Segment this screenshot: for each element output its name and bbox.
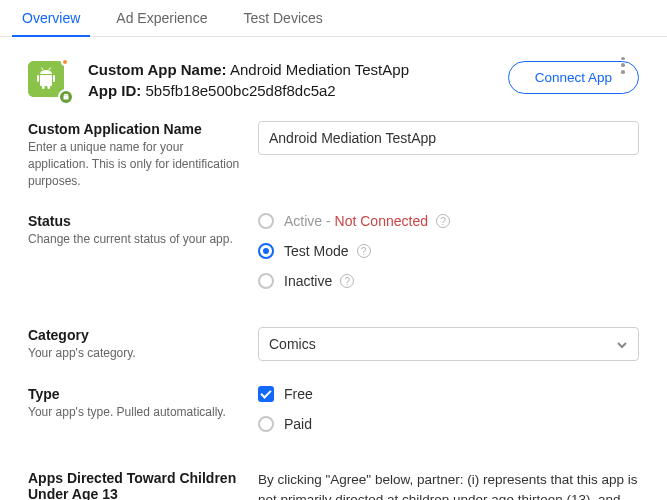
type-desc: Your app's type. Pulled automatically.	[28, 404, 246, 421]
status-active-prefix: Active	[284, 213, 322, 229]
radio-icon	[258, 416, 274, 432]
more-menu-icon[interactable]	[613, 55, 633, 75]
radio-icon	[258, 243, 274, 259]
type-option-paid[interactable]: Paid	[258, 416, 639, 432]
help-icon[interactable]: ?	[340, 274, 354, 288]
app-id-label: App ID:	[88, 82, 141, 99]
app-id-value: 5b5fb18e500bc25d8f8dc5a2	[146, 82, 336, 99]
status-option-active[interactable]: Active - Not Connected ?	[258, 213, 639, 229]
status-title: Status	[28, 213, 246, 229]
category-value: Comics	[269, 336, 316, 352]
tab-overview[interactable]: Overview	[4, 0, 98, 36]
status-inactive-label: Inactive	[284, 273, 332, 289]
status-active-suffix: Not Connected	[335, 213, 428, 229]
svg-rect-8	[64, 96, 69, 100]
coppa-intro-text: By clicking "Agree" below, partner: (i) …	[258, 470, 639, 500]
type-title: Type	[28, 386, 246, 402]
platform-badge-icon	[58, 89, 74, 105]
svg-rect-3	[53, 75, 55, 82]
type-paid-label: Paid	[284, 416, 312, 432]
header-text: Custom App Name: Android Mediation TestA…	[88, 61, 508, 103]
status-option-test[interactable]: Test Mode ?	[258, 243, 639, 259]
category-select[interactable]: Comics	[258, 327, 639, 361]
coppa-title: Apps Directed Toward Children Under Age …	[28, 470, 246, 500]
field-status: Status Change the current status of your…	[28, 213, 639, 303]
status-active-dash: -	[322, 213, 334, 229]
help-icon[interactable]: ?	[357, 244, 371, 258]
tab-ad-experience[interactable]: Ad Experience	[98, 0, 225, 36]
svg-rect-4	[42, 85, 45, 89]
type-option-free[interactable]: Free	[258, 386, 639, 402]
custom-name-desc: Enter a unique name for your application…	[28, 139, 246, 189]
checkbox-icon	[258, 386, 274, 402]
status-dot-icon	[61, 58, 69, 66]
tabs: Overview Ad Experience Test Devices	[0, 0, 667, 37]
help-icon[interactable]: ?	[436, 214, 450, 228]
tab-test-devices[interactable]: Test Devices	[225, 0, 340, 36]
field-category: Category Your app's category. Comics	[28, 327, 639, 362]
app-header: Custom App Name: Android Mediation TestA…	[0, 37, 667, 115]
type-free-label: Free	[284, 386, 313, 402]
radio-icon	[258, 213, 274, 229]
chevron-down-icon	[616, 338, 628, 350]
radio-icon	[258, 273, 274, 289]
svg-rect-1	[40, 75, 52, 86]
svg-rect-5	[48, 85, 51, 89]
svg-rect-2	[37, 75, 39, 82]
category-desc: Your app's category.	[28, 345, 246, 362]
app-name-value: Android Mediation TestApp	[230, 61, 409, 78]
status-option-inactive[interactable]: Inactive ?	[258, 273, 639, 289]
custom-name-title: Custom Application Name	[28, 121, 246, 137]
form: Custom Application Name Enter a unique n…	[0, 115, 667, 500]
field-custom-name: Custom Application Name Enter a unique n…	[28, 121, 639, 189]
category-title: Category	[28, 327, 246, 343]
field-type: Type Your app's type. Pulled automatical…	[28, 386, 639, 446]
status-test-label: Test Mode	[284, 243, 349, 259]
field-coppa: Apps Directed Toward Children Under Age …	[28, 470, 639, 500]
app-icon	[28, 61, 68, 101]
status-desc: Change the current status of your app.	[28, 231, 246, 248]
app-name-label: Custom App Name:	[88, 61, 227, 78]
custom-name-input[interactable]	[258, 121, 639, 155]
